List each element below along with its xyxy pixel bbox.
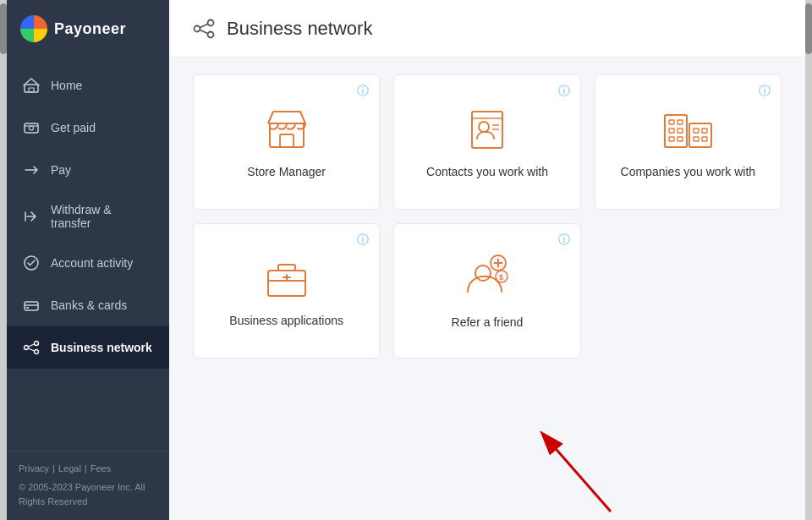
withdraw-icon bbox=[22, 207, 41, 226]
footer-link-fees[interactable]: Fees bbox=[91, 462, 111, 477]
svg-rect-26 bbox=[665, 115, 687, 147]
svg-line-13 bbox=[29, 348, 35, 351]
card-companies-label: Companies you work with bbox=[621, 165, 756, 178]
svg-rect-30 bbox=[669, 129, 674, 133]
pay-icon bbox=[22, 161, 41, 179]
svg-point-23 bbox=[479, 122, 489, 132]
svg-rect-35 bbox=[702, 129, 707, 133]
left-scrollbar[interactable] bbox=[0, 0, 7, 520]
sidebar-item-get-paid-label: Get paid bbox=[51, 121, 96, 134]
scrollbar-thumb[interactable] bbox=[0, 3, 7, 54]
svg-rect-34 bbox=[694, 129, 699, 133]
svg-rect-2 bbox=[25, 123, 38, 133]
payoneer-logo-text: Payoneer bbox=[54, 20, 126, 38]
payoneer-logo-icon bbox=[20, 15, 47, 42]
svg-point-14 bbox=[195, 25, 200, 31]
svg-point-42 bbox=[475, 265, 491, 281]
card-refer-friend[interactable]: ⓘ $ Refer a friend bbox=[393, 223, 580, 359]
info-icon-business-apps[interactable]: ⓘ bbox=[357, 233, 369, 248]
sidebar-item-banks-cards[interactable]: Banks & cards bbox=[7, 284, 169, 326]
store-icon-wrap bbox=[261, 107, 312, 153]
svg-point-16 bbox=[208, 31, 214, 37]
right-scrollbar-thumb[interactable] bbox=[805, 3, 812, 54]
sidebar-item-home-label: Home bbox=[51, 79, 82, 92]
cards-row-1: ⓘ Store Manager ⓘ bbox=[193, 74, 782, 210]
svg-point-11 bbox=[35, 350, 39, 354]
card-business-apps-label: Business applications bbox=[229, 314, 343, 327]
footer-link-privacy[interactable]: Privacy bbox=[19, 462, 49, 477]
sidebar-item-banks-cards-label: Banks & cards bbox=[51, 298, 127, 312]
svg-line-12 bbox=[29, 344, 35, 347]
home-icon bbox=[22, 76, 41, 95]
sidebar-item-account-activity[interactable]: Account activity bbox=[7, 242, 169, 284]
page-title: Business network bbox=[227, 18, 372, 40]
briefcase-icon-wrap bbox=[261, 255, 312, 302]
sidebar-item-pay[interactable]: Pay bbox=[7, 149, 169, 191]
cards-area: ⓘ Store Manager ⓘ bbox=[169, 57, 805, 520]
sidebar-item-get-paid[interactable]: Get paid bbox=[7, 107, 169, 149]
svg-point-9 bbox=[25, 346, 29, 350]
svg-rect-36 bbox=[694, 137, 699, 141]
sidebar-item-business-network-label: Business network bbox=[51, 341, 152, 354]
activity-icon bbox=[22, 254, 41, 272]
footer-link-legal[interactable]: Legal bbox=[58, 462, 81, 477]
sidebar-logo: Payoneer bbox=[7, 0, 169, 57]
card-business-apps[interactable]: ⓘ Business applications bbox=[193, 223, 380, 359]
svg-rect-8 bbox=[26, 307, 29, 309]
sidebar-item-business-network[interactable]: Business network bbox=[7, 326, 169, 369]
sidebar-item-account-activity-label: Account activity bbox=[51, 256, 133, 270]
svg-rect-6 bbox=[25, 302, 38, 310]
svg-rect-29 bbox=[678, 120, 683, 124]
svg-rect-33 bbox=[678, 137, 683, 141]
svg-point-10 bbox=[35, 342, 39, 346]
svg-rect-27 bbox=[689, 123, 711, 147]
svg-rect-28 bbox=[669, 120, 674, 124]
main-content: Business network ⓘ bbox=[169, 0, 805, 520]
info-icon-refer[interactable]: ⓘ bbox=[558, 233, 570, 248]
svg-point-15 bbox=[208, 19, 214, 25]
svg-text:$: $ bbox=[499, 273, 503, 282]
contacts-icon-wrap bbox=[462, 107, 513, 153]
sidebar-nav: Home Get paid Pay bbox=[7, 57, 169, 451]
banks-icon bbox=[22, 296, 41, 315]
get-paid-icon bbox=[22, 118, 41, 137]
refer-icon-wrap: $ bbox=[459, 253, 514, 304]
right-scrollbar[interactable] bbox=[805, 0, 812, 520]
svg-line-17 bbox=[200, 24, 208, 27]
card-contacts-label: Contacts you work with bbox=[426, 165, 548, 178]
footer-copyright: © 2005-2023 Payoneer Inc. All Rights Res… bbox=[19, 480, 157, 510]
network-icon bbox=[22, 338, 41, 357]
info-icon-store[interactable]: ⓘ bbox=[357, 84, 369, 99]
card-store-manager-label: Store Manager bbox=[247, 165, 326, 178]
card-store-manager[interactable]: ⓘ Store Manager bbox=[193, 74, 380, 210]
sidebar: Payoneer Home Get paid bbox=[7, 0, 169, 520]
companies-icon-wrap bbox=[661, 107, 716, 153]
sidebar-item-home[interactable]: Home bbox=[7, 64, 169, 107]
svg-point-3 bbox=[30, 126, 34, 130]
page-header-icon bbox=[193, 18, 215, 40]
card-contacts[interactable]: ⓘ Contacts you work with bbox=[393, 74, 580, 210]
svg-rect-20 bbox=[280, 134, 294, 147]
info-icon-companies[interactable]: ⓘ bbox=[759, 84, 771, 99]
svg-rect-32 bbox=[669, 137, 674, 141]
arrow-annotation bbox=[484, 410, 636, 520]
card-companies[interactable]: ⓘ bbox=[595, 74, 782, 210]
svg-rect-37 bbox=[702, 137, 707, 141]
card-refer-friend-label: Refer a friend bbox=[452, 315, 524, 329]
info-icon-contacts[interactable]: ⓘ bbox=[558, 84, 570, 99]
cards-row-2: ⓘ Business applications ⓘ bbox=[193, 223, 782, 359]
sidebar-item-withdraw-label: Withdraw & transfer bbox=[51, 203, 154, 230]
page-header: Business network bbox=[169, 0, 805, 57]
svg-rect-31 bbox=[678, 129, 683, 133]
sidebar-item-withdraw[interactable]: Withdraw & transfer bbox=[7, 191, 169, 242]
sidebar-footer: Privacy | Legal | Fees © 2005-2023 Payon… bbox=[7, 451, 169, 520]
svg-line-18 bbox=[200, 30, 208, 33]
footer-links: Privacy | Legal | Fees bbox=[19, 462, 157, 477]
sidebar-item-pay-label: Pay bbox=[51, 163, 71, 177]
